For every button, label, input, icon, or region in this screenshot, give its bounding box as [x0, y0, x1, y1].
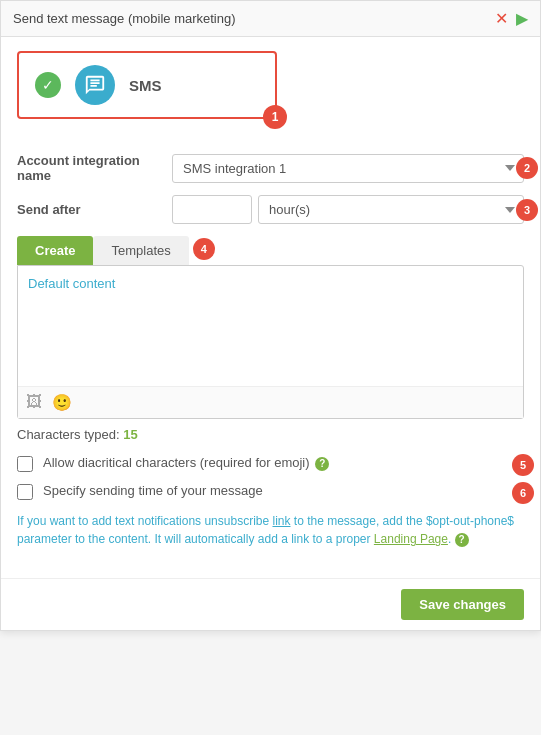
send-after-label: Send after — [17, 202, 172, 217]
panel-header: Send text message (mobile marketing) ✕ ▶ — [1, 1, 540, 37]
panel-body: ✓ SMS 1 Account integration name SMS int… — [1, 37, 540, 578]
sms-label: SMS — [129, 77, 162, 94]
check-icon: ✓ — [35, 72, 61, 98]
checkbox-sending-time[interactable] — [17, 484, 33, 500]
arrow-icon[interactable]: ▶ — [516, 9, 528, 28]
sms-card[interactable]: ✓ SMS 1 — [17, 51, 277, 119]
content-box: Default content 🖼 🙂 — [17, 265, 524, 419]
account-integration-badge: 2 — [516, 157, 538, 179]
send-after-wrap: hour(s) minute(s) day(s) 3 — [172, 195, 524, 224]
save-button[interactable]: Save changes — [401, 589, 524, 620]
account-integration-label: Account integration name — [17, 153, 172, 183]
tabs-container: Create Templates 4 — [17, 236, 524, 265]
checkbox-sending-time-badge: 6 — [512, 482, 534, 504]
checkbox-diacritical-row: Allow diacritical characters (required f… — [17, 454, 524, 472]
account-integration-select[interactable]: SMS integration 1 — [172, 154, 524, 183]
image-icon[interactable]: 🖼 — [26, 393, 42, 412]
info-part1: If you want to add text notifications un… — [17, 514, 272, 528]
checkbox-diacritical-badge: 5 — [512, 454, 534, 476]
main-panel: Send text message (mobile marketing) ✕ ▶… — [0, 0, 541, 631]
account-integration-row: Account integration name SMS integration… — [17, 153, 524, 183]
send-after-input[interactable] — [172, 195, 252, 224]
info-text: If you want to add text notifications un… — [17, 512, 524, 548]
checkbox-sending-time-row: Specify sending time of your message 6 — [17, 482, 524, 500]
header-icons: ✕ ▶ — [495, 9, 528, 28]
emoji-icon[interactable]: 🙂 — [52, 393, 72, 412]
content-area-wrapper: Default content 🖼 🙂 — [17, 265, 524, 419]
diacritical-help-icon[interactable]: ? — [315, 457, 329, 471]
account-integration-wrap: SMS integration 1 2 — [172, 154, 524, 183]
info-link2[interactable]: Landing Page — [374, 532, 448, 546]
tab-create[interactable]: Create — [17, 236, 93, 265]
panel-title: Send text message (mobile marketing) — [13, 11, 236, 26]
chars-row: Characters typed: 15 — [17, 427, 524, 442]
tabs-badge: 4 — [193, 238, 215, 260]
send-after-badge: 3 — [516, 199, 538, 221]
panel-footer: Save changes — [1, 578, 540, 630]
info-help-icon[interactable]: ? — [455, 533, 469, 547]
sms-icon — [75, 65, 115, 105]
content-area[interactable]: Default content — [18, 266, 523, 386]
info-link1[interactable]: link — [272, 514, 290, 528]
info-part3: . — [448, 532, 455, 546]
checkbox-diacritical-label: Allow diacritical characters (required f… — [43, 454, 329, 472]
chars-count: 15 — [123, 427, 137, 442]
chars-label: Characters typed: — [17, 427, 120, 442]
send-after-unit-select[interactable]: hour(s) minute(s) day(s) — [258, 195, 524, 224]
checkbox-sending-time-label: Specify sending time of your message — [43, 482, 263, 500]
tab-templates[interactable]: Templates — [93, 236, 188, 265]
close-icon[interactable]: ✕ — [495, 9, 508, 28]
sms-badge: 1 — [263, 105, 287, 129]
send-after-row: Send after hour(s) minute(s) day(s) 3 — [17, 195, 524, 224]
tabs-wrap: Create Templates — [17, 236, 189, 265]
checkbox-diacritical[interactable] — [17, 456, 33, 472]
content-toolbar: 🖼 🙂 — [18, 386, 523, 418]
